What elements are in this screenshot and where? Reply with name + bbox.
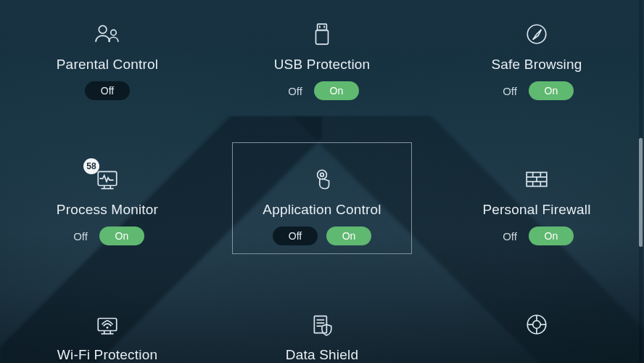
- toggle-off-label[interactable]: Off: [285, 85, 305, 97]
- toggle-on-pill[interactable]: On: [314, 81, 359, 100]
- feature-card-wifi-protection[interactable]: Wi-Fi Protection: [0, 296, 215, 363]
- toggle-off-pill[interactable]: Off: [273, 227, 318, 245]
- brickwall-icon: [519, 164, 555, 195]
- badge-count: 58: [83, 158, 99, 174]
- feature-card-application-control[interactable]: Application ControlOffOn: [215, 151, 429, 296]
- heartbeat-icon: 58: [89, 164, 125, 195]
- feature-title: Parental Control: [57, 57, 159, 73]
- lifebuoy-icon: [519, 309, 555, 340]
- toggle-off-label[interactable]: Off: [500, 85, 520, 97]
- toggle-on-pill[interactable]: On: [529, 227, 574, 245]
- toggle-off-label[interactable]: Off: [70, 230, 91, 242]
- toggle-off-pill[interactable]: Off: [85, 81, 130, 100]
- toggle-row: OffOn: [70, 227, 144, 245]
- toggle-row: OffOn: [273, 227, 371, 245]
- feature-title: Personal Firewall: [482, 202, 590, 218]
- toggle-on-pill[interactable]: On: [99, 227, 144, 245]
- toggle-row: OffOn: [285, 81, 359, 100]
- feature-card-data-shield[interactable]: Data Shield: [215, 296, 429, 363]
- touch-icon: [304, 164, 340, 195]
- toggle-row: Off: [85, 81, 130, 100]
- feature-card-usb-protection[interactable]: USB ProtectionOffOn: [215, 6, 429, 151]
- feature-card-safe-browsing[interactable]: Safe BrowsingOffOn: [429, 6, 644, 151]
- feature-title: Wi-Fi Protection: [57, 347, 157, 363]
- usb-icon: [304, 19, 340, 49]
- toggle-off-label[interactable]: Off: [500, 230, 520, 242]
- feature-card-rescue-kit[interactable]: [429, 296, 644, 363]
- wifi-icon: [89, 309, 125, 340]
- compass-icon: [519, 19, 555, 49]
- vertical-scrollbar-thumb[interactable]: [639, 138, 643, 247]
- feature-title: USB Protection: [274, 57, 371, 73]
- feature-title: Data Shield: [286, 347, 358, 363]
- toggle-on-pill[interactable]: On: [529, 81, 574, 100]
- feature-title: Process Monitor: [57, 202, 158, 218]
- feature-card-personal-firewall[interactable]: Personal FirewallOffOn: [429, 151, 644, 296]
- toggle-row: OffOn: [500, 227, 574, 245]
- toggle-on-pill[interactable]: On: [326, 227, 371, 245]
- feature-title: Safe Browsing: [491, 57, 582, 73]
- feature-card-parental-control[interactable]: Parental ControlOff: [0, 6, 215, 151]
- toggle-row: OffOn: [500, 81, 574, 100]
- feature-title: Application Control: [263, 202, 381, 218]
- people-icon: [89, 19, 125, 49]
- doc-shield-icon: [304, 309, 340, 340]
- feature-card-process-monitor[interactable]: 58Process MonitorOffOn: [0, 151, 215, 296]
